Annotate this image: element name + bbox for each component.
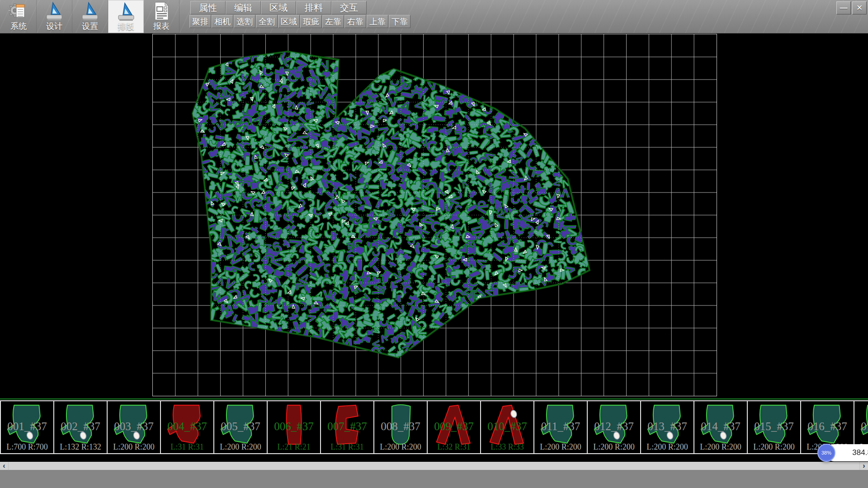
menu-properties[interactable]: 属性 [190, 1, 226, 14]
status-bar [0, 470, 868, 488]
part-thumbnail[interactable]: 004_#37L:31 R:31 [161, 401, 214, 453]
strip-separator [0, 396, 868, 400]
tool-camera[interactable]: 相机 [212, 15, 233, 28]
part-lr-count: L:132 R:132 [54, 442, 107, 452]
progress-circle: 38% [817, 444, 835, 462]
separator-line-bright [0, 397, 868, 398]
part-lr-count: L:200 R:200 [108, 442, 160, 452]
nesting-canvas[interactable] [152, 34, 717, 396]
part-label: 017_#37 [854, 420, 868, 433]
minimize-button[interactable]: — [836, 1, 851, 14]
setsquare-icon [80, 1, 100, 22]
menu-region[interactable]: 区域 [261, 1, 296, 14]
tool-button-bar: 聚排相机选割全割区域瑕疵左靠右靠上靠下靠 [189, 15, 411, 28]
part-thumbnail[interactable]: 003_#37L:200 R:200 [108, 401, 161, 453]
part-label: 008_#37 [374, 420, 427, 433]
part-thumbnail[interactable]: 006_#37L:21 R:21 [268, 401, 321, 453]
close-button[interactable]: ✕ [852, 1, 867, 14]
memory-value: 384.8M [852, 448, 868, 457]
part-thumbnail[interactable]: 012_#37L:200 R:200 [588, 401, 641, 453]
part-thumbnail[interactable]: 009_#37L:32 R:31 [428, 401, 481, 453]
mode-button-bar: 系统设计设置排版报表 [1, 0, 179, 33]
part-lr-count: L:21 R:21 [268, 442, 320, 452]
mode-layout[interactable]: 排版 [108, 0, 144, 33]
toolbar: 系统设计设置排版报表 属性编辑区域排料交互 聚排相机选割全割区域瑕疵左靠右靠上靠… [0, 0, 868, 33]
part-thumbnail[interactable]: 010_#37L:33 R:33 [481, 401, 534, 453]
mode-label: 报表 [153, 22, 170, 31]
mode-setup[interactable]: 设置 [72, 0, 108, 33]
parts-strip: 001_#37L:700 R:700002_#37L:132 R:132003_… [0, 400, 868, 454]
part-lr-count: L:200 R:200 [534, 442, 587, 452]
part-label: 006_#37 [268, 420, 320, 433]
menu-interact[interactable]: 交互 [331, 1, 367, 14]
part-thumbnail[interactable]: 005_#37L:200 R:200 [214, 401, 268, 453]
part-label: 004_#37 [161, 420, 213, 433]
part-label: 014_#37 [694, 420, 747, 433]
setsquare-icon [44, 1, 64, 22]
part-label: 010_#37 [481, 420, 533, 433]
tool-defect[interactable]: 瑕疵 [300, 15, 322, 28]
part-label: 009_#37 [428, 420, 480, 433]
scroll-right-arrow[interactable]: › [860, 462, 868, 470]
part-label: 001_#37 [1, 420, 53, 433]
application-window: 系统设计设置排版报表 属性编辑区域排料交互 聚排相机选割全割区域瑕疵左靠右靠上靠… [0, 0, 868, 488]
part-label: 011_#37 [534, 420, 587, 433]
part-label: 002_#37 [54, 420, 107, 433]
separator-line-dim [0, 399, 868, 399]
tool-region[interactable]: 区域 [278, 15, 300, 28]
mode-label: 设计 [46, 22, 62, 31]
menu-nesting[interactable]: 排料 [296, 1, 331, 14]
part-thumbnail[interactable]: 013_#37L:200 R:200 [641, 401, 694, 453]
horizontal-scrollbar[interactable]: ‹ › [0, 462, 868, 470]
part-label: 015_#37 [748, 420, 800, 433]
part-label: 013_#37 [641, 420, 693, 433]
status-badge: 38% 384.8M [817, 443, 868, 462]
part-lr-count: L:33 R:33 [481, 442, 533, 452]
tool-cluster-nest[interactable]: 聚排 [189, 15, 211, 28]
scroll-track[interactable] [8, 462, 860, 470]
part-thumbnail[interactable]: 011_#37L:200 R:200 [534, 401, 588, 453]
part-label: 003_#37 [108, 420, 160, 433]
part-label: 005_#37 [214, 420, 267, 433]
part-thumbnail[interactable]: 007_#37L:31 R:31 [321, 401, 374, 453]
part-label: 012_#37 [588, 420, 640, 433]
mode-label: 设置 [82, 22, 98, 31]
part-lr-count: L:200 R:200 [641, 442, 693, 452]
progress-value: 38% [821, 450, 831, 455]
mode-report[interactable]: 报表 [144, 0, 179, 33]
tool-snap-top[interactable]: 上靠 [367, 15, 388, 28]
part-lr-count: L:32 R:31 [428, 442, 480, 452]
part-thumbnail[interactable]: 008_#37L:200 R:200 [374, 401, 428, 453]
part-thumbnail[interactable]: 002_#37L:132 R:132 [54, 401, 108, 453]
mode-design[interactable]: 设计 [37, 0, 72, 33]
part-thumbnail[interactable]: 015_#37L:200 R:200 [748, 401, 801, 453]
tool-cut-all[interactable]: 全割 [256, 15, 278, 28]
part-label: 007_#37 [321, 420, 373, 433]
canvas-workspace [0, 33, 868, 396]
part-lr-count: L:31 R:31 [321, 442, 373, 452]
window-controls: — ✕ [836, 1, 867, 14]
tool-select-cut[interactable]: 选割 [234, 15, 255, 28]
tool-snap-left[interactable]: 左靠 [322, 15, 344, 28]
part-lr-count: L:200 R:200 [694, 442, 747, 452]
part-label: 016_#37 [801, 420, 854, 433]
setsquare-icon [116, 1, 136, 22]
part-thumbnail[interactable]: 001_#37L:700 R:700 [0, 401, 54, 453]
part-lr-count: L:700 R:700 [1, 442, 53, 452]
part-thumbnail[interactable]: 014_#37L:200 R:200 [694, 401, 748, 453]
mode-label: 系统 [10, 22, 27, 31]
part-lr-count: L:31 R:31 [161, 442, 213, 452]
menu-bar: 属性编辑区域排料交互 [190, 1, 367, 14]
part-lr-count: L:200 R:200 [588, 442, 640, 452]
scroll-left-arrow[interactable]: ‹ [0, 462, 8, 470]
part-lr-count: L:200 R:200 [748, 442, 800, 452]
mode-label: 排版 [118, 22, 134, 31]
menu-edit[interactable]: 编辑 [226, 1, 261, 14]
tool-snap-bottom[interactable]: 下靠 [389, 15, 410, 28]
mode-system[interactable]: 系统 [1, 0, 37, 33]
part-lr-count: L:200 R:200 [374, 442, 427, 452]
tool-snap-right[interactable]: 右靠 [344, 15, 366, 28]
report-doc-icon [151, 1, 171, 22]
part-lr-count: L:200 R:200 [214, 442, 267, 452]
gear-doc-icon [9, 1, 28, 22]
